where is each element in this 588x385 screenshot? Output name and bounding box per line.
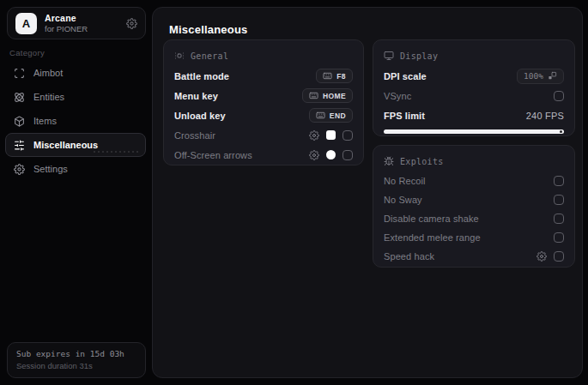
sidebar-item-settings[interactable]: Settings [5,157,146,181]
menu-key-label: Menu key [174,91,218,101]
bug-icon [384,156,394,166]
atom-icon [14,92,25,103]
gear-icon[interactable] [309,130,319,141]
setting-row-dpi-scale: DPI scale 100% [384,66,564,86]
sidebar-item-miscellaneous[interactable]: Miscellaneous [5,133,146,157]
fps-limit-label: FPS limit [384,111,425,121]
setting-row-unload-key: Unload key END [174,105,353,125]
setting-row-fps-limit: FPS limit 240 FPS [384,105,564,125]
setting-row-no-recoil: No Recoil [384,171,564,190]
exploits-card: Exploits No Recoil No Sway Disable camer… [373,145,575,268]
scan-icon [14,68,25,79]
keybind-label: F8 [336,72,346,81]
sub-expiry-text: Sub expires in 15d 03h [16,349,136,358]
sidebar-item-label: Entities [33,92,64,102]
vsync-label: VSync [384,91,411,101]
speed-hack-controls [536,251,564,262]
gear-icon [14,164,25,175]
dpi-scale-value: 100% [524,71,543,81]
vsync-checkbox[interactable] [554,91,564,101]
disable-camera-shake-label: Disable camera shake [384,214,479,224]
keyboard-icon [309,91,318,100]
gear-icon[interactable] [536,251,547,262]
setting-row-crosshair: Crosshair [174,125,353,145]
unload-keybind[interactable]: END [309,108,353,123]
general-card-title: General [191,51,228,61]
scale-icon [548,71,557,81]
offscreen-arrows-controls [309,150,353,160]
sidebar-item-aimbot[interactable]: Aimbot [5,61,146,85]
sidebar-item-label: Settings [33,164,68,174]
box-icon [14,116,25,127]
app-header: A Arcane for PIONER [7,7,146,39]
session-duration-text: Session duration 31s [16,361,136,370]
crosshair-checkbox[interactable] [342,130,353,141]
general-card-header: General [174,48,353,63]
crosshair-color-swatch[interactable] [326,130,336,140]
fps-limit-slider[interactable] [384,129,564,134]
display-card-title: Display [400,51,438,61]
sidebar: A Arcane for PIONER Category Aimbot Enti… [0,0,149,385]
display-card-header: Display [384,48,564,63]
sidebar-item-label: Items [33,116,57,126]
grid-dots-icon [174,51,185,61]
extended-melee-range-checkbox[interactable] [554,232,564,243]
gear-icon[interactable] [309,150,319,160]
active-item-dots-decoration [94,151,138,153]
sidebar-item-entities[interactable]: Entities [5,85,146,109]
sliders-icon [14,140,25,151]
sidebar-item-items[interactable]: Items [5,109,146,133]
speed-hack-checkbox[interactable] [554,251,564,262]
battle-mode-label: Battle mode [174,71,229,81]
subscription-info-box: Sub expires in 15d 03h Session duration … [7,342,146,378]
sidebar-nav: Aimbot Entities Items Miscellaneous Sett… [5,61,146,181]
crosshair-controls [309,130,353,141]
dpi-scale-control[interactable]: 100% [517,69,564,84]
setting-row-no-sway: No Sway [384,190,564,209]
offscreen-arrows-checkbox[interactable] [342,150,353,160]
fps-slider-fill [384,129,564,134]
disable-camera-shake-checkbox[interactable] [554,214,564,224]
keyboard-icon [323,71,332,81]
keyboard-icon [316,111,325,120]
menu-keybind[interactable]: HOME [302,88,353,103]
setting-row-speed-hack: Speed hack [384,247,564,266]
sidebar-item-label: Miscellaneous [33,140,98,150]
sidebar-item-label: Aimbot [33,68,63,78]
fps-slider-handle[interactable] [560,130,562,133]
page-title: Miscellaneous [169,23,247,36]
setting-row-menu-key: Menu key HOME [174,86,353,105]
no-sway-checkbox[interactable] [554,195,564,205]
app-subtitle: for PIONER [45,24,126,33]
keybind-label: END [330,111,346,120]
setting-row-battle-mode: Battle mode F8 [174,66,353,86]
no-recoil-checkbox[interactable] [554,176,564,186]
unload-key-label: Unload key [174,111,226,121]
no-recoil-label: No Recoil [384,176,426,186]
extended-melee-range-label: Extended melee range [384,232,481,243]
no-sway-label: No Sway [384,195,422,205]
general-card: General Battle mode F8 Menu key HOME Unl… [163,39,364,165]
offscreen-arrows-color-swatch[interactable] [326,150,336,159]
dpi-scale-label: DPI scale [384,71,427,81]
setting-row-offscreen-arrows: Off-Screen arrows [174,145,353,165]
app-logo: A [15,13,37,34]
keybind-label: HOME [323,92,346,100]
crosshair-label: Crosshair [174,130,215,141]
setting-row-disable-camera-shake: Disable camera shake [384,209,564,228]
exploits-card-title: Exploits [400,157,444,166]
setting-row-extended-melee-range: Extended melee range [384,228,564,247]
settings-gear-icon[interactable] [126,18,137,29]
app-name: Arcane [45,13,126,23]
setting-row-vsync: VSync [384,86,564,105]
category-label: Category [9,48,45,57]
offscreen-arrows-label: Off-Screen arrows [174,150,252,160]
exploits-card-header: Exploits [384,153,564,169]
app-titles: Arcane for PIONER [45,13,126,33]
monitor-icon [384,51,394,61]
fps-limit-value: 240 FPS [526,111,564,121]
display-card: Display DPI scale 100% VSync FPS limit 2… [373,39,575,136]
speed-hack-label: Speed hack [384,251,434,262]
main-panel: Miscellaneous General Battle mode F8 Men… [152,7,583,378]
battle-mode-keybind[interactable]: F8 [316,69,353,83]
